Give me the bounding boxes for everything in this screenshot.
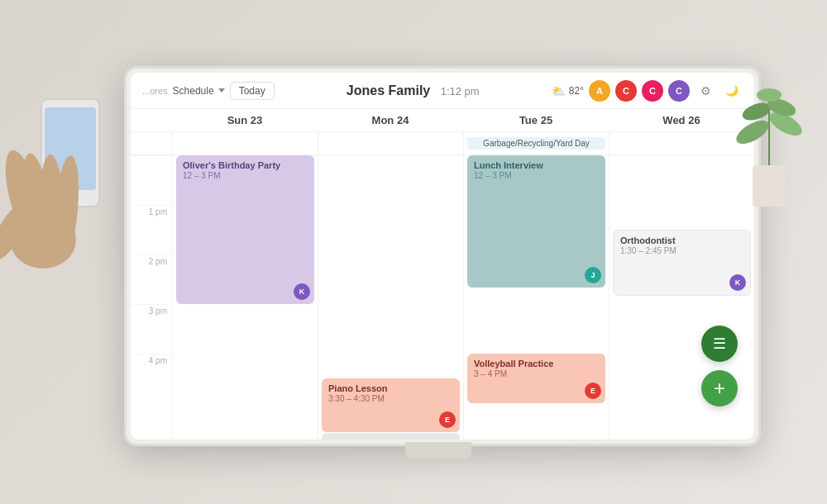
orthodontist-time: 1:30 – 2:45 PM [620,246,743,255]
time-1pm: 1 pm [131,205,172,254]
orthodontist-event[interactable]: Orthodontist 1:30 – 2:45 PM K [613,230,751,296]
svg-point-11 [766,107,805,140]
piano-lesson-time: 3:30 – 4:30 PM [328,394,453,403]
monitor-stand [405,442,471,459]
header-right: ⛅ 82° A C C C ⚙ 🌙 [552,80,743,102]
scene: ...ores Schedule Today Jones Family 1:12… [0,0,827,504]
gear-icon: ⚙ [700,84,711,97]
weather-icon: ⛅ [552,84,566,97]
moon-icon: 🌙 [725,84,739,97]
calendar-title: Jones Family 1:12 pm [281,83,545,98]
time-spacer [131,109,172,131]
calendar-grid: Sun 23 Mon 24 Tue 25 Wed 26 Garbage/Recy… [131,109,754,440]
day-header-mon24: Mon 24 [318,109,463,131]
lunch-interview-time: 12 – 3 PM [474,171,599,180]
svg-point-2 [0,146,52,250]
temperature: 82° [569,85,584,97]
calendar-header: ...ores Schedule Today Jones Family 1:12… [131,73,754,109]
time-noon [131,155,172,205]
monitor-frame: ...ores Schedule Today Jones Family 1:12… [124,66,761,446]
monitor-screen: ...ores Schedule Today Jones Family 1:12… [131,73,754,440]
stores-label: ...ores [142,86,168,96]
gymnastics-event[interactable]: Gymnastics [322,433,460,440]
olivers-birthday-event[interactable]: Oliver's Birthday Party 12 – 3 PM K [176,155,314,304]
event-time: 12 – 3 PM [183,171,308,180]
all-day-wed [609,132,754,155]
day-headers: Sun 23 Mon 24 Tue 25 Wed 26 [131,109,754,132]
volleyball-practice-event[interactable]: Volleyball Practice 3 – 4 PM E [467,354,605,403]
svg-point-5 [50,155,82,264]
svg-point-3 [17,151,58,261]
avatar-c3[interactable]: C [668,80,690,102]
list-fab-button[interactable]: ☰ [701,326,738,362]
lunch-interview-avatar: J [585,267,601,283]
day-header-sun23: Sun 23 [172,109,318,131]
all-day-spacer [131,132,172,155]
lunch-interview-title: Lunch Interview [474,159,599,171]
orthodontist-title: Orthodontist [620,235,743,246]
all-day-row: Garbage/Recycling/Yard Day [131,132,754,155]
volleyball-avatar: E [585,383,601,399]
settings-button[interactable]: ⚙ [695,80,716,102]
volleyball-practice-time: 3 – 4 PM [474,369,599,378]
svg-rect-1 [45,107,96,190]
svg-point-13 [765,95,798,119]
time-3pm: 3 pm [131,304,172,354]
volleyball-practice-title: Volleyball Practice [474,358,599,369]
svg-point-6 [10,211,76,269]
all-day-tue: Garbage/Recycling/Yard Day [463,132,609,155]
day-col-mon24: Piano Lesson 3:30 – 4:30 PM E Gymnastics [318,155,463,440]
schedule-button[interactable]: Schedule [173,85,225,97]
time-labels-column: 1 pm 2 pm 3 pm 4 pm [131,155,172,440]
today-button[interactable]: Today [230,82,275,100]
all-day-mon [318,132,463,155]
time-2pm: 2 pm [131,254,172,304]
piano-lesson-title: Piano Lesson [328,383,453,394]
chevron-down-icon [218,88,225,93]
svg-point-7 [0,197,36,265]
event-avatar-k: K [294,283,310,300]
all-day-sun [172,132,318,155]
time-4pm: 4 pm [131,354,172,403]
fab-container: ☰ + [701,326,738,407]
weather-info: ⛅ 82° [552,84,584,97]
night-mode-button[interactable]: 🌙 [721,80,743,102]
event-title: Oliver's Birthday Party [183,159,308,171]
piano-lesson-event[interactable]: Piano Lesson 3:30 – 4:30 PM E [322,378,460,432]
avatar-a[interactable]: A [589,80,610,102]
lunch-interview-event[interactable]: Lunch Interview 12 – 3 PM J [467,155,605,288]
current-time: 1:12 pm [441,85,480,97]
garbage-day-event[interactable]: Garbage/Recycling/Yard Day [467,137,605,150]
header-left: ...ores Schedule Today [142,82,275,100]
add-fab-button[interactable]: + [701,370,738,407]
day-header-wed26: Wed 26 [609,109,754,131]
schedule-label: Schedule [173,85,214,97]
avatar-c1[interactable]: C [615,80,637,102]
orthodontist-avatar: K [729,274,746,291]
day-header-tue25: Tue 25 [463,109,609,131]
avatar-c2[interactable]: C [642,80,663,102]
piano-lesson-avatar: E [439,411,456,428]
day-col-tue25: Lunch Interview 12 – 3 PM J Volleyball P… [463,155,609,440]
svg-point-4 [38,155,67,268]
svg-rect-0 [41,99,99,207]
day-col-sun23: Oliver's Birthday Party 12 – 3 PM K [172,155,318,440]
